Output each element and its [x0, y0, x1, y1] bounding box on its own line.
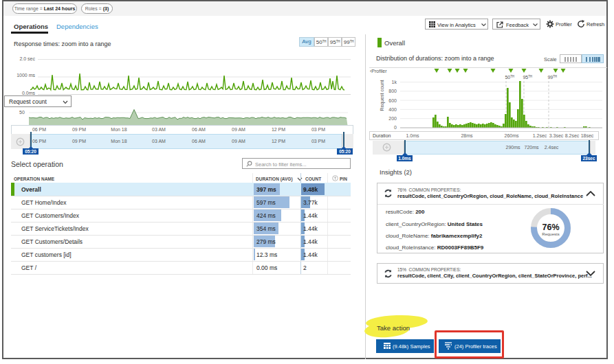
svg-text:76%: 76% — [542, 223, 559, 232]
svg-text:Requests: Requests — [542, 232, 559, 236]
